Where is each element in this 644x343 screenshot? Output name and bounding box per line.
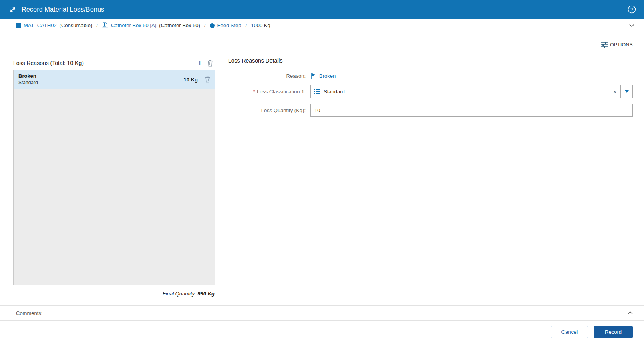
breadcrumb-quantity: 1000 Kg [251,22,270,28]
comments-label: Comments: [16,310,42,316]
classification-label-text: Loss Classification 1: [257,89,306,95]
row-delete-button[interactable] [204,75,211,83]
classification-label: *Loss Classification 1: [228,89,310,95]
quantity-label: Loss Quantity (Kg): [228,107,310,113]
options-icon [601,42,608,48]
final-quantity-label: Final Quantity: [163,291,196,297]
page-title: Record Material Loss/Bonus [22,6,104,13]
chevron-up-icon[interactable] [626,310,634,316]
step-icon [210,23,215,28]
breadcrumb-separator: / [96,22,98,28]
plus-icon: + [197,59,203,67]
final-quantity-value: 990 Kg [197,291,215,297]
loss-reason-row-classification: Standard [18,80,184,86]
trash-icon [207,60,213,67]
details-title: Loss Reasons Details [228,57,633,69]
record-material-loss-bonus-screen: Record Material Loss/Bonus ? MAT_CATH02 … [0,0,644,343]
reason-value: Broken [319,73,336,79]
breadcrumb-material-type: (Consumable) [60,22,93,28]
cancel-button[interactable]: Cancel [551,326,588,338]
svg-text:?: ? [630,7,633,12]
footer: Cancel Record [0,321,644,343]
clear-icon[interactable]: × [609,85,620,98]
dropdown-button[interactable] [620,85,632,98]
delete-loss-reason-button[interactable] [205,59,215,67]
loss-reason-row[interactable]: Broken Standard 10 Kg [14,70,215,89]
loss-reason-row-text: Broken Standard [18,73,184,85]
chevron-down-icon[interactable] [628,22,636,29]
material-icon [16,23,21,28]
classification-combobox-value-area[interactable]: Standard [311,85,609,98]
loss-bonus-icon [9,6,17,14]
breadcrumb-separator: / [246,22,247,28]
comments-section[interactable]: Comments: [0,305,644,321]
caret-down-icon [625,90,629,93]
reason-row: Reason: Broken [228,73,633,79]
breadcrumb-separator: / [204,22,206,28]
record-button[interactable]: Record [594,326,633,338]
options-button[interactable]: OPTIONS [601,42,633,48]
reason-label: Reason: [228,73,310,79]
required-marker: * [253,89,255,95]
breadcrumb-material-link[interactable]: MAT_CATH02 [24,22,57,28]
app-header: Record Material Loss/Bonus ? [0,0,644,19]
loss-reasons-panel: Loss Reasons (Total: 10 Kg) + [13,57,215,297]
breadcrumb-step-link[interactable]: Feed Step [217,22,242,28]
main-content: OPTIONS Loss Reasons (Total: 10 Kg) + [0,32,644,305]
classification-combobox[interactable]: Standard × [310,85,633,98]
loss-reasons-title: Loss Reasons (Total: 10 Kg) [13,60,195,66]
loss-reasons-panel-header: Loss Reasons (Total: 10 Kg) + [13,57,215,69]
add-loss-reason-button[interactable]: + [195,59,205,67]
classification-row: *Loss Classification 1: Standard [228,85,633,98]
classification-list-icon [314,89,320,94]
trash-icon [205,76,210,83]
loss-reason-row-reason: Broken [18,73,184,79]
breadcrumb-resource-link[interactable]: Catheter Box 50 [A] [111,22,156,28]
loss-quantity-input[interactable] [310,104,633,117]
final-quantity: Final Quantity: 990 Kg [13,291,215,297]
quantity-row: Loss Quantity (Kg): [228,104,633,117]
help-icon[interactable]: ? [627,5,636,14]
loss-reasons-list[interactable]: Broken Standard 10 Kg [13,70,215,285]
loss-reasons-details-panel: Loss Reasons Details Reason: Broken [228,57,633,122]
breadcrumb: MAT_CATH02 (Consumable) / Catheter Box 5… [0,19,644,32]
options-label: OPTIONS [610,42,633,48]
resource-icon [102,22,108,28]
loss-reason-row-quantity: 10 Kg [184,77,198,83]
flag-icon [310,73,317,79]
reason-value-link[interactable]: Broken [310,73,336,79]
classification-value: Standard [324,89,345,95]
breadcrumb-resource-type: (Catheter Box 50) [159,22,200,28]
